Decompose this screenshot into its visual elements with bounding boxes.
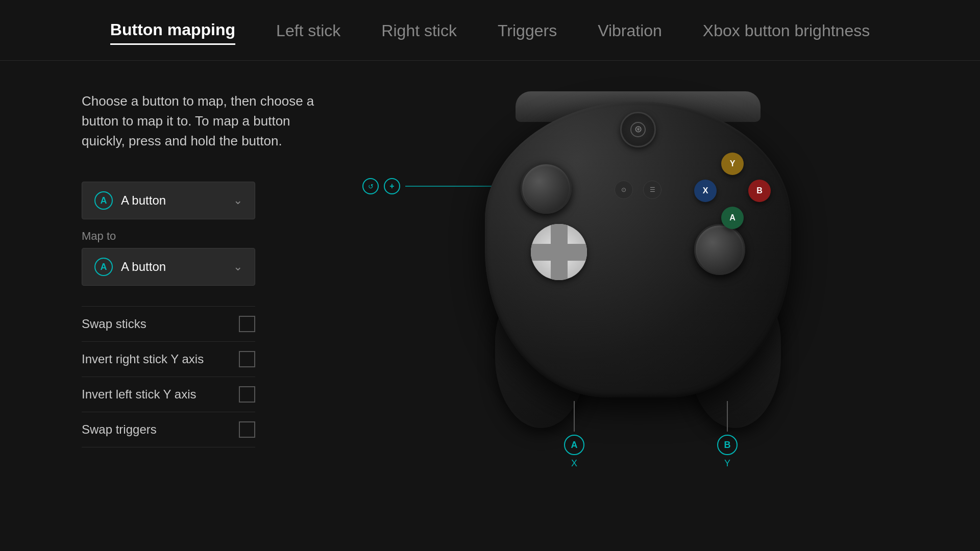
swap-sticks-label: Swap sticks xyxy=(82,317,239,331)
primary-button-icon: A xyxy=(94,191,113,210)
b-button: B xyxy=(748,180,771,202)
secondary-button-dropdown[interactable]: A A button ⌄ xyxy=(82,248,255,286)
chevron-down-icon: ⌄ xyxy=(233,194,242,207)
face-buttons: Y B A X xyxy=(694,153,771,229)
list-item: Swap triggers xyxy=(82,412,255,447)
menu-button: ☰ xyxy=(643,181,662,199)
y-button: Y xyxy=(721,153,744,175)
left-panel: Choose a button to map, then choose a bu… xyxy=(82,91,337,447)
label-line-right xyxy=(727,401,728,432)
primary-button-label: A button xyxy=(121,193,233,208)
bottom-x-label: X xyxy=(571,458,577,469)
bottom-b-circle: B xyxy=(717,435,738,455)
checkbox-group: Swap sticks Invert right stick Y axis In… xyxy=(82,306,255,447)
plus-icon: + xyxy=(384,178,400,194)
tab-xbox-brightness[interactable]: Xbox button brightness xyxy=(703,21,870,44)
invert-left-stick-label: Invert left stick Y axis xyxy=(82,387,239,402)
invert-right-stick-label: Invert right stick Y axis xyxy=(82,352,239,366)
dpad xyxy=(531,224,587,280)
description-text: Choose a button to map, then choose a bu… xyxy=(82,91,337,151)
list-item: Swap sticks xyxy=(82,306,255,342)
invert-right-stick-checkbox[interactable] xyxy=(239,351,255,367)
bottom-label-b-y: B Y xyxy=(717,401,738,469)
tab-left-stick[interactable]: Left stick xyxy=(276,21,340,44)
primary-button-dropdown[interactable]: A A button ⌄ xyxy=(82,182,255,219)
bottom-y-label: Y xyxy=(724,458,730,469)
tab-vibration[interactable]: Vibration xyxy=(598,21,662,44)
left-thumbstick xyxy=(521,163,572,214)
tab-triggers[interactable]: Triggers xyxy=(498,21,557,44)
svg-text:⊛: ⊛ xyxy=(634,124,642,134)
controller-image: ⊛ Y B A X ⊙ ☰ xyxy=(464,81,812,428)
right-panel: ↺ + ⊛ xyxy=(378,81,898,447)
swap-triggers-checkbox[interactable] xyxy=(239,421,255,438)
list-item: Invert right stick Y axis xyxy=(82,342,255,377)
x-button: X xyxy=(694,180,717,202)
nav-tabs: Button mapping Left stick Right stick Tr… xyxy=(0,0,980,61)
center-buttons: ⊙ ☰ xyxy=(615,181,662,199)
map-to-label: Map to xyxy=(82,230,337,243)
secondary-button-icon: A xyxy=(94,258,113,276)
main-content: Choose a button to map, then choose a bu… xyxy=(0,91,980,447)
rotate-icon: ↺ xyxy=(362,178,379,194)
chevron-down-icon-2: ⌄ xyxy=(233,260,242,273)
secondary-button-label: A button xyxy=(121,260,233,274)
bottom-a-circle: A xyxy=(564,435,584,455)
label-line-left xyxy=(574,401,575,432)
share-button: ⊙ xyxy=(615,181,633,199)
swap-triggers-label: Swap triggers xyxy=(82,422,239,437)
tab-right-stick[interactable]: Right stick xyxy=(381,21,457,44)
swap-sticks-checkbox[interactable] xyxy=(239,316,255,332)
right-thumbstick xyxy=(694,224,745,275)
list-item: Invert left stick Y axis xyxy=(82,377,255,412)
xbox-logo: ⊛ xyxy=(620,112,656,147)
a-button: A xyxy=(721,207,744,229)
invert-left-stick-checkbox[interactable] xyxy=(239,386,255,403)
tab-button-mapping[interactable]: Button mapping xyxy=(110,20,235,45)
bottom-label-a-x: A X xyxy=(564,401,584,469)
